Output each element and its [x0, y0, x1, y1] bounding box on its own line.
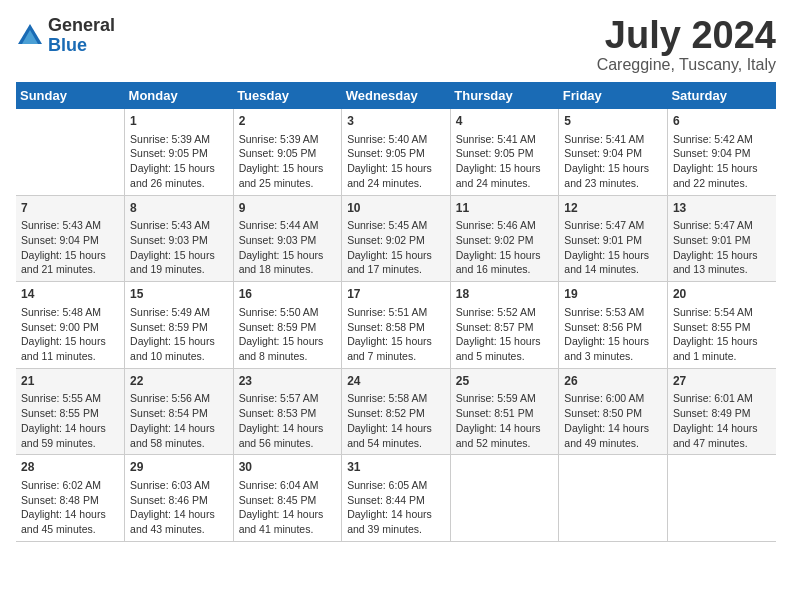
day-info: Sunrise: 6:00 AM Sunset: 8:50 PM Dayligh… — [564, 391, 662, 450]
day-info: Sunrise: 5:53 AM Sunset: 8:56 PM Dayligh… — [564, 305, 662, 364]
day-info: Sunrise: 6:01 AM Sunset: 8:49 PM Dayligh… — [673, 391, 771, 450]
day-info: Sunrise: 5:58 AM Sunset: 8:52 PM Dayligh… — [347, 391, 445, 450]
day-number: 31 — [347, 459, 445, 476]
day-info: Sunrise: 5:55 AM Sunset: 8:55 PM Dayligh… — [21, 391, 119, 450]
week-row-3: 14Sunrise: 5:48 AM Sunset: 9:00 PM Dayli… — [16, 282, 776, 369]
header-tuesday: Tuesday — [233, 82, 342, 109]
calendar-cell — [16, 109, 125, 195]
day-number: 30 — [239, 459, 337, 476]
day-info: Sunrise: 5:59 AM Sunset: 8:51 PM Dayligh… — [456, 391, 554, 450]
day-info: Sunrise: 5:49 AM Sunset: 8:59 PM Dayligh… — [130, 305, 228, 364]
calendar-cell: 30Sunrise: 6:04 AM Sunset: 8:45 PM Dayli… — [233, 455, 342, 542]
day-number: 7 — [21, 200, 119, 217]
day-info: Sunrise: 5:41 AM Sunset: 9:05 PM Dayligh… — [456, 132, 554, 191]
day-info: Sunrise: 5:47 AM Sunset: 9:01 PM Dayligh… — [673, 218, 771, 277]
header-friday: Friday — [559, 82, 668, 109]
day-number: 15 — [130, 286, 228, 303]
logo-text: General Blue — [48, 16, 115, 56]
calendar-cell: 28Sunrise: 6:02 AM Sunset: 8:48 PM Dayli… — [16, 455, 125, 542]
day-info: Sunrise: 5:45 AM Sunset: 9:02 PM Dayligh… — [347, 218, 445, 277]
day-number: 16 — [239, 286, 337, 303]
day-info: Sunrise: 5:44 AM Sunset: 9:03 PM Dayligh… — [239, 218, 337, 277]
day-info: Sunrise: 6:05 AM Sunset: 8:44 PM Dayligh… — [347, 478, 445, 537]
calendar-cell: 7Sunrise: 5:43 AM Sunset: 9:04 PM Daylig… — [16, 195, 125, 282]
calendar-cell: 18Sunrise: 5:52 AM Sunset: 8:57 PM Dayli… — [450, 282, 559, 369]
calendar-cell — [450, 455, 559, 542]
day-number: 12 — [564, 200, 662, 217]
day-number: 29 — [130, 459, 228, 476]
day-number: 11 — [456, 200, 554, 217]
calendar-cell: 15Sunrise: 5:49 AM Sunset: 8:59 PM Dayli… — [125, 282, 234, 369]
day-info: Sunrise: 6:03 AM Sunset: 8:46 PM Dayligh… — [130, 478, 228, 537]
calendar-header-row: SundayMondayTuesdayWednesdayThursdayFrid… — [16, 82, 776, 109]
calendar-cell: 10Sunrise: 5:45 AM Sunset: 9:02 PM Dayli… — [342, 195, 451, 282]
day-number: 14 — [21, 286, 119, 303]
day-info: Sunrise: 5:39 AM Sunset: 9:05 PM Dayligh… — [239, 132, 337, 191]
day-info: Sunrise: 6:02 AM Sunset: 8:48 PM Dayligh… — [21, 478, 119, 537]
calendar-cell: 1Sunrise: 5:39 AM Sunset: 9:05 PM Daylig… — [125, 109, 234, 195]
day-number: 3 — [347, 113, 445, 130]
day-number: 17 — [347, 286, 445, 303]
day-number: 26 — [564, 373, 662, 390]
day-number: 20 — [673, 286, 771, 303]
calendar-cell: 23Sunrise: 5:57 AM Sunset: 8:53 PM Dayli… — [233, 368, 342, 455]
calendar-cell: 14Sunrise: 5:48 AM Sunset: 9:00 PM Dayli… — [16, 282, 125, 369]
header-monday: Monday — [125, 82, 234, 109]
week-row-5: 28Sunrise: 6:02 AM Sunset: 8:48 PM Dayli… — [16, 455, 776, 542]
day-info: Sunrise: 5:48 AM Sunset: 9:00 PM Dayligh… — [21, 305, 119, 364]
day-number: 24 — [347, 373, 445, 390]
header-wednesday: Wednesday — [342, 82, 451, 109]
day-info: Sunrise: 5:41 AM Sunset: 9:04 PM Dayligh… — [564, 132, 662, 191]
day-info: Sunrise: 5:54 AM Sunset: 8:55 PM Dayligh… — [673, 305, 771, 364]
logo-general: General — [48, 15, 115, 35]
day-number: 19 — [564, 286, 662, 303]
day-info: Sunrise: 5:52 AM Sunset: 8:57 PM Dayligh… — [456, 305, 554, 364]
day-info: Sunrise: 5:43 AM Sunset: 9:03 PM Dayligh… — [130, 218, 228, 277]
day-number: 28 — [21, 459, 119, 476]
page-header: General Blue July 2024 Careggine, Tuscan… — [16, 16, 776, 74]
week-row-1: 1Sunrise: 5:39 AM Sunset: 9:05 PM Daylig… — [16, 109, 776, 195]
calendar-cell: 16Sunrise: 5:50 AM Sunset: 8:59 PM Dayli… — [233, 282, 342, 369]
header-sunday: Sunday — [16, 82, 125, 109]
calendar-cell — [667, 455, 776, 542]
location: Careggine, Tuscany, Italy — [597, 56, 776, 74]
day-info: Sunrise: 5:42 AM Sunset: 9:04 PM Dayligh… — [673, 132, 771, 191]
day-info: Sunrise: 5:50 AM Sunset: 8:59 PM Dayligh… — [239, 305, 337, 364]
calendar-cell: 21Sunrise: 5:55 AM Sunset: 8:55 PM Dayli… — [16, 368, 125, 455]
calendar-cell: 5Sunrise: 5:41 AM Sunset: 9:04 PM Daylig… — [559, 109, 668, 195]
day-info: Sunrise: 5:47 AM Sunset: 9:01 PM Dayligh… — [564, 218, 662, 277]
calendar-cell: 4Sunrise: 5:41 AM Sunset: 9:05 PM Daylig… — [450, 109, 559, 195]
calendar-cell: 12Sunrise: 5:47 AM Sunset: 9:01 PM Dayli… — [559, 195, 668, 282]
calendar-cell: 3Sunrise: 5:40 AM Sunset: 9:05 PM Daylig… — [342, 109, 451, 195]
day-info: Sunrise: 5:39 AM Sunset: 9:05 PM Dayligh… — [130, 132, 228, 191]
day-number: 23 — [239, 373, 337, 390]
day-number: 25 — [456, 373, 554, 390]
day-info: Sunrise: 5:56 AM Sunset: 8:54 PM Dayligh… — [130, 391, 228, 450]
header-saturday: Saturday — [667, 82, 776, 109]
day-number: 8 — [130, 200, 228, 217]
month-year: July 2024 — [597, 16, 776, 54]
day-info: Sunrise: 5:43 AM Sunset: 9:04 PM Dayligh… — [21, 218, 119, 277]
day-number: 9 — [239, 200, 337, 217]
day-number: 4 — [456, 113, 554, 130]
day-info: Sunrise: 5:57 AM Sunset: 8:53 PM Dayligh… — [239, 391, 337, 450]
calendar-cell: 31Sunrise: 6:05 AM Sunset: 8:44 PM Dayli… — [342, 455, 451, 542]
calendar-cell: 22Sunrise: 5:56 AM Sunset: 8:54 PM Dayli… — [125, 368, 234, 455]
calendar-cell: 6Sunrise: 5:42 AM Sunset: 9:04 PM Daylig… — [667, 109, 776, 195]
calendar-cell: 25Sunrise: 5:59 AM Sunset: 8:51 PM Dayli… — [450, 368, 559, 455]
header-thursday: Thursday — [450, 82, 559, 109]
calendar-cell: 17Sunrise: 5:51 AM Sunset: 8:58 PM Dayli… — [342, 282, 451, 369]
calendar-cell — [559, 455, 668, 542]
calendar-cell: 9Sunrise: 5:44 AM Sunset: 9:03 PM Daylig… — [233, 195, 342, 282]
day-number: 2 — [239, 113, 337, 130]
calendar-cell: 20Sunrise: 5:54 AM Sunset: 8:55 PM Dayli… — [667, 282, 776, 369]
calendar-cell: 11Sunrise: 5:46 AM Sunset: 9:02 PM Dayli… — [450, 195, 559, 282]
calendar-cell: 24Sunrise: 5:58 AM Sunset: 8:52 PM Dayli… — [342, 368, 451, 455]
calendar-cell: 8Sunrise: 5:43 AM Sunset: 9:03 PM Daylig… — [125, 195, 234, 282]
logo-icon — [16, 22, 44, 50]
day-number: 13 — [673, 200, 771, 217]
calendar-cell: 2Sunrise: 5:39 AM Sunset: 9:05 PM Daylig… — [233, 109, 342, 195]
calendar-cell: 27Sunrise: 6:01 AM Sunset: 8:49 PM Dayli… — [667, 368, 776, 455]
calendar-cell: 19Sunrise: 5:53 AM Sunset: 8:56 PM Dayli… — [559, 282, 668, 369]
calendar-cell: 26Sunrise: 6:00 AM Sunset: 8:50 PM Dayli… — [559, 368, 668, 455]
